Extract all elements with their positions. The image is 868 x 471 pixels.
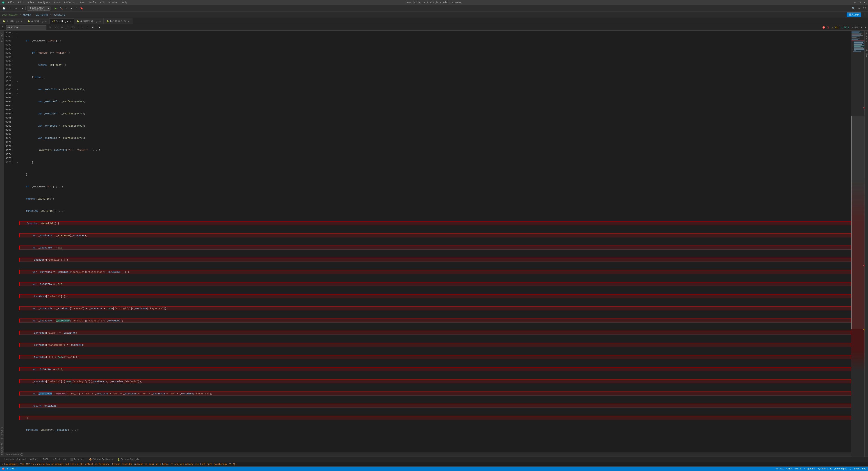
python-packages-label: Python Packages: [92, 458, 113, 461]
code-lines[interactable]: if (_0x29da97["isV2"]) { if ("dpc0m" !==…: [19, 31, 851, 452]
bookmarks-panel-tab[interactable]: Bookmarks: [0, 441, 4, 457]
tab-3-label: 3.sdk.js: [56, 20, 68, 23]
code-line-9299: if ("dpc0m" !== "vNLcr") {: [19, 51, 851, 55]
find-next-button[interactable]: ↓: [81, 26, 85, 29]
terminal-tab[interactable]: ⬛ Terminal: [68, 458, 86, 461]
run-tab[interactable]: ▶ Run: [29, 458, 38, 461]
menu-run[interactable]: Run: [79, 1, 85, 4]
code-line-9364: var _0x34877a = (0x0,: [19, 282, 851, 286]
bookmark-button[interactable]: 🔖: [79, 6, 84, 10]
tab-3-close[interactable]: ✕: [70, 20, 71, 23]
gutter-9366: [15, 120, 19, 124]
gutter-9372: [15, 144, 19, 148]
find-filter-button[interactable]: ▼: [97, 26, 102, 29]
coverage-button[interactable]: ◈: [70, 6, 73, 10]
tab-2-close[interactable]: ✕: [45, 20, 46, 23]
skyview-panel-tab[interactable]: SkyView: [865, 48, 868, 59]
build-button[interactable]: 🔨: [59, 6, 64, 10]
error-expand-button[interactable]: ▼: [861, 26, 862, 29]
menu-help[interactable]: Help: [121, 1, 128, 4]
close-button[interactable]: ✕: [863, 1, 866, 4]
version-control-tab[interactable]: ⑂ Version Control: [2, 458, 28, 461]
line-num-9375: 9375: [5, 156, 13, 160]
find-prev-button[interactable]: ↑: [76, 26, 80, 29]
add-button[interactable]: +▼: [19, 6, 24, 10]
line-num-9368: 9368: [5, 128, 13, 132]
line-num-9371: 9371: [5, 140, 13, 144]
more-button[interactable]: ▼: [74, 6, 78, 10]
database-panel-tab[interactable]: Database: [865, 31, 868, 43]
gutter-9373: [15, 148, 19, 152]
tab-1-close[interactable]: ✕: [21, 20, 22, 23]
status-encoding: UTF-8: [795, 468, 801, 470]
tab-5[interactable]: 🐍 builtins.py ✕: [104, 18, 132, 24]
expand-icon[interactable]: ⛶: [862, 6, 867, 10]
menu-code[interactable]: Code: [53, 1, 61, 4]
code-content[interactable]: 9298 9299 9300 9301 9302 9303 9304 9305 …: [4, 31, 851, 452]
line-num-9370: 9370: [5, 136, 13, 140]
reload-button[interactable]: ↺: [65, 6, 69, 10]
title-bar: 🕷 File Edit View Navigate Code Refactor …: [0, 0, 868, 5]
upload-button[interactable]: 插入上传: [846, 12, 861, 17]
tab-4-label: 4.构建轨迹.py: [81, 20, 98, 23]
menu-navigate[interactable]: Navigate: [37, 1, 51, 4]
gutter-9343: ▸: [15, 87, 19, 91]
toolbar-separator-1: [13, 6, 13, 10]
find-wrap-button[interactable]: ↕: [86, 26, 89, 29]
menu-refactor[interactable]: Refactor: [63, 1, 77, 4]
status-interpreter[interactable]: Python 3.11 (LearnSpi...): [817, 468, 851, 470]
python-packages-tab[interactable]: 📦 Python Packages: [87, 458, 115, 461]
sync-button[interactable]: ↺: [8, 6, 11, 10]
status-errors[interactable]: ⛔ 79 ⚠ 961: [2, 467, 16, 470]
scope-bar: <anonymous>(): [4, 452, 851, 457]
code-line-9359: function _0x14dcbf() {: [19, 221, 851, 225]
notice-indicator[interactable]: ℹ 5913: [841, 26, 849, 29]
menu-window[interactable]: Window: [108, 1, 119, 4]
gutter-9364: [15, 112, 19, 116]
menu-tools[interactable]: Tools: [88, 1, 97, 4]
find-settings-button[interactable]: ⚙: [91, 26, 95, 29]
project-panel-tab[interactable]: Project: [0, 31, 4, 44]
error-indicator[interactable]: ⛔ 79: [822, 26, 829, 29]
search-icon[interactable]: 🔍: [851, 6, 856, 10]
settings-icon[interactable]: ⚙: [857, 6, 861, 10]
tab-4[interactable]: 🐍 4.构建轨迹.py ✕: [74, 18, 104, 24]
find-input[interactable]: [6, 26, 46, 30]
run-button[interactable]: ▶: [53, 6, 57, 10]
menu-vcs[interactable]: VCS: [99, 1, 105, 4]
tab-5-close[interactable]: ✕: [128, 20, 129, 23]
gutter-9361: [15, 100, 19, 104]
status-warning-icon: ⚠: [9, 467, 11, 470]
menu-edit[interactable]: Edit: [17, 1, 25, 4]
code-line-9343: function _0x240716() {...}: [19, 209, 851, 213]
menu-file[interactable]: File: [7, 1, 15, 4]
tab-3-active[interactable]: JS 3.sdk.js ✕: [50, 18, 74, 24]
todo-tab[interactable]: ☑ TODO: [39, 458, 50, 461]
tab-4-close[interactable]: ✕: [99, 20, 101, 23]
back-button[interactable]: ←: [14, 6, 18, 10]
menu-view[interactable]: View: [27, 1, 35, 4]
run-config-dropdown[interactable]: 4.构建轨迹 (1): [27, 6, 51, 10]
code-line-9324: }: [19, 172, 851, 177]
code-line-9368: _0x4fb8ac["sign"] = _0xc21476;: [19, 331, 851, 335]
maximize-button[interactable]: □: [858, 1, 861, 4]
warning-indicator[interactable]: ⚠ 961: [832, 26, 838, 29]
code-line-9373: var _0x112026 = window["june_v"] + '##' …: [19, 391, 851, 396]
line-num-9301: 9301: [5, 43, 13, 47]
error-collapse-button[interactable]: ▲: [865, 26, 866, 29]
gutter-9362: [15, 104, 19, 108]
tab-1[interactable]: 🐍 1.用用.py ✕: [0, 18, 25, 24]
title-bar-left: 🕷 File Edit View Navigate Code Refactor …: [2, 1, 128, 4]
line-num-9361: 9361: [5, 100, 13, 104]
minimize-button[interactable]: —: [853, 1, 856, 4]
other-indicator[interactable]: ⚡ 909: [852, 26, 859, 29]
gutter-9302: [15, 47, 19, 51]
problems-tab[interactable]: ⚠ Problems: [51, 458, 68, 461]
save-button[interactable]: 💾: [1, 6, 7, 10]
structure-panel-tab[interactable]: Structure: [0, 425, 4, 441]
code-line-9369: _0x4fb8ac["randomNum"] = _0x34877a;: [19, 343, 851, 347]
event-log-button[interactable]: Event Log: [854, 468, 866, 470]
find-close-button[interactable]: ✕: [48, 26, 52, 29]
python-console-tab[interactable]: 🐍 Python Console: [115, 458, 141, 461]
tab-2[interactable]: 🐍 4.替换.py ✕: [25, 18, 50, 24]
